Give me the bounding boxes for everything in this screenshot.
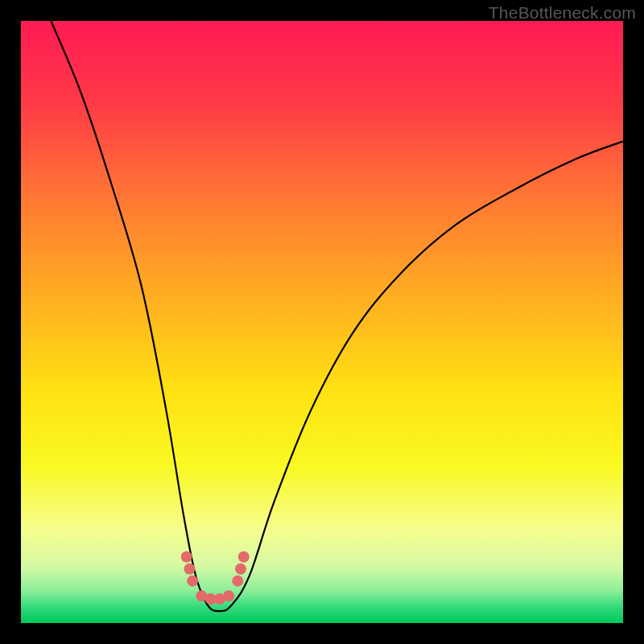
highlight-dot bbox=[223, 590, 234, 601]
highlight-dot bbox=[184, 564, 195, 575]
bottleneck-curve bbox=[21, 21, 623, 623]
highlight-dot bbox=[235, 564, 246, 575]
highlight-dot bbox=[187, 576, 198, 587]
highlight-dot bbox=[232, 576, 243, 587]
chart-frame bbox=[21, 21, 623, 623]
highlight-dot bbox=[181, 551, 192, 563]
watermark-text: TheBottleneck.com bbox=[489, 3, 636, 23]
highlight-dot bbox=[238, 551, 250, 563]
curve-path bbox=[51, 21, 623, 611]
